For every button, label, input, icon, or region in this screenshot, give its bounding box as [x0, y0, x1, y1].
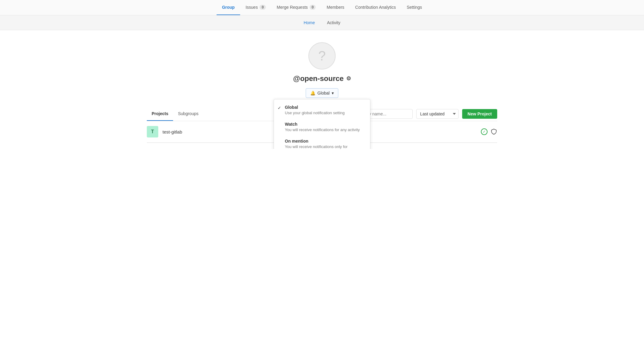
nav-item-contribution-analytics[interactable]: Contribution Analytics — [350, 0, 401, 15]
new-project-button[interactable]: New Project — [462, 109, 497, 119]
top-nav-inner: Group Issues 0 Merge Requests 0 Members … — [217, 0, 427, 15]
nav-item-group[interactable]: Group — [217, 0, 240, 15]
group-avatar-placeholder: ? — [318, 48, 326, 63]
issues-badge: 0 — [259, 5, 266, 10]
group-name-text: @open-source — [293, 74, 343, 83]
option-global-title: Global — [285, 105, 365, 110]
nav-label-contribution-analytics: Contribution Analytics — [355, 5, 396, 10]
nav-label-merge-requests: Merge Requests — [277, 5, 308, 10]
notification-option-watch[interactable]: Watch You will receive notifications for… — [274, 119, 370, 136]
project-avatar-letter: T — [151, 129, 154, 134]
project-avatar: T — [147, 126, 158, 137]
option-watch-desc: You will receive notifications for any a… — [285, 127, 365, 133]
nav-item-members[interactable]: Members — [321, 0, 349, 15]
shield-icon — [491, 128, 497, 135]
tab-subgroups-label: Subgroups — [178, 111, 198, 116]
group-name-container: @open-source ⚙ — [293, 74, 351, 83]
notification-dropdown-menu: ✓ Global Use your global notification se… — [274, 99, 370, 149]
nav-item-issues[interactable]: Issues 0 — [240, 0, 271, 15]
notification-option-on-mention[interactable]: On mention You will receive notification… — [274, 136, 370, 149]
top-navigation: Group Issues 0 Merge Requests 0 Members … — [0, 0, 644, 15]
tab-projects-label: Projects — [152, 111, 168, 116]
sub-navigation: Home Activity — [0, 15, 644, 30]
nav-label-issues: Issues — [246, 5, 258, 10]
project-icons: ✓ — [481, 128, 497, 135]
nav-label-settings: Settings — [407, 5, 422, 10]
option-on-mention-desc: You will receive notifications only for … — [285, 144, 365, 149]
nav-label-members: Members — [327, 5, 344, 10]
tab-subgroups[interactable]: Subgroups — [173, 107, 203, 121]
nav-item-merge-requests[interactable]: Merge Requests 0 — [271, 0, 321, 15]
tab-projects[interactable]: Projects — [147, 107, 173, 121]
dropdown-arrow-icon: ▾ — [332, 91, 334, 95]
main-content: ? @open-source ⚙ 🔔 Global ▾ ✓ Global Use… — [0, 30, 644, 149]
nav-item-settings[interactable]: Settings — [401, 0, 427, 15]
option-watch-title: Watch — [285, 122, 365, 127]
check-icon: ✓ — [278, 105, 281, 110]
projects-controls: Last updated Name Created New Project — [352, 109, 497, 119]
group-avatar: ? — [308, 42, 336, 69]
notification-button-label: Global — [317, 91, 330, 95]
sub-nav-item-activity[interactable]: Activity — [325, 19, 343, 26]
sort-select[interactable]: Last updated Name Created — [416, 109, 459, 119]
sub-nav-item-home[interactable]: Home — [301, 19, 317, 26]
notification-button[interactable]: 🔔 Global ▾ — [306, 88, 338, 98]
option-global-desc: Use your global notification setting — [285, 110, 365, 116]
notification-dropdown-container: 🔔 Global ▾ ✓ Global Use your global noti… — [306, 88, 338, 98]
sub-nav-label-home: Home — [304, 20, 315, 25]
group-settings-icon[interactable]: ⚙ — [346, 75, 351, 82]
option-on-mention-title: On mention — [285, 139, 365, 144]
bell-icon: 🔔 — [310, 91, 315, 95]
sub-nav-label-activity: Activity — [327, 20, 340, 25]
projects-tabs: Projects Subgroups — [147, 107, 203, 121]
notification-option-global[interactable]: ✓ Global Use your global notification se… — [274, 102, 370, 119]
new-project-label: New Project — [468, 111, 492, 116]
merge-requests-badge: 0 — [310, 5, 316, 10]
nav-label-group: Group — [222, 5, 235, 10]
verified-icon: ✓ — [481, 128, 488, 135]
